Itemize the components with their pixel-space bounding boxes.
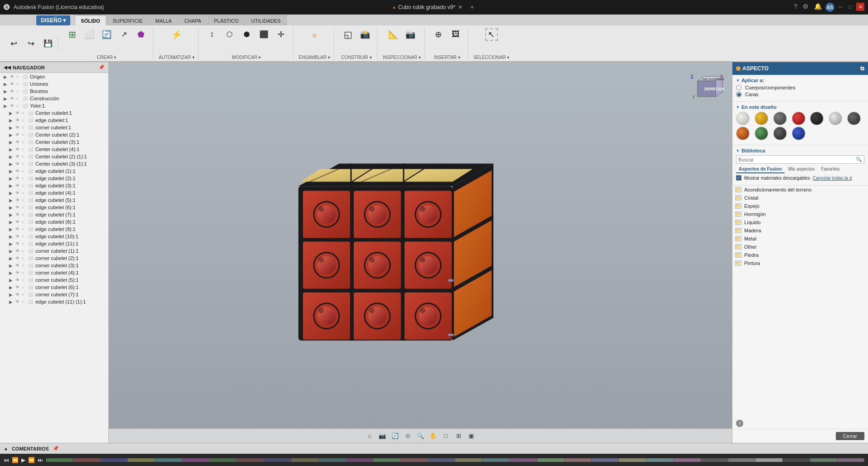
grid-button[interactable]: ⊞ (453, 431, 464, 441)
navigator-content[interactable]: ▶👁○⬜Origen▶👁○⬜Uniones▶👁○⬜Bocetos▶👁○⬜Cons… (0, 73, 108, 443)
lock-icon[interactable]: ○ (22, 227, 28, 231)
visibility-icon[interactable]: 👁 (15, 249, 22, 253)
visibility-icon[interactable]: 👁 (15, 162, 22, 166)
nav-item-17[interactable]: ▶👁○⬜edge cubelet (5):1 (0, 196, 108, 204)
nav-item-7[interactable]: ▶👁○⬜corner cubelet:1 (0, 124, 108, 131)
visibility-icon[interactable]: 👁 (15, 212, 22, 217)
lib-item-cristal[interactable]: 📁 Cristal (732, 194, 868, 202)
lock-icon[interactable]: ○ (22, 205, 28, 210)
redo-button[interactable]: ↪ (23, 36, 39, 51)
lock-icon[interactable]: ○ (22, 256, 28, 260)
nav-item-20[interactable]: ▶👁○⬜edge cubelet (8):1 (0, 218, 108, 226)
expand-icon[interactable]: ▶ (9, 183, 15, 188)
swatch-gray-dark[interactable] (773, 112, 787, 125)
expand-icon[interactable]: ▶ (9, 285, 15, 290)
nav-item-4[interactable]: ▶👁○⬜Yoke:1 (0, 102, 108, 109)
crear-label[interactable]: CREAR ▾ (97, 55, 117, 60)
cancel-download-link[interactable]: Cancelar todas la d (813, 176, 852, 181)
save-button[interactable]: 💾 (40, 36, 56, 51)
nav-item-2[interactable]: ▶👁○⬜Bocetos (0, 88, 108, 95)
lock-icon[interactable]: ○ (22, 278, 28, 282)
lib-item-espejo[interactable]: 📁 Espejo (732, 202, 868, 210)
viewport-gizmo[interactable]: X Z DERECHA HACIA ARRIBA Y (688, 69, 725, 106)
lock-icon[interactable]: ○ (16, 103, 23, 108)
expand-icon[interactable]: ▶ (4, 103, 10, 108)
insert-button[interactable]: ⊕ (430, 27, 447, 42)
visibility-icon[interactable]: 👁 (15, 205, 22, 210)
visibility-icon[interactable]: 👁 (15, 278, 22, 282)
visibility-icon[interactable]: 👁 (15, 241, 22, 246)
nav-item-25[interactable]: ▶👁○⬜corner cubelet (2):1 (0, 255, 108, 262)
expand-icon[interactable]: ▶ (9, 154, 15, 159)
sphere-button[interactable]: ⬟ (133, 27, 149, 42)
expand-icon[interactable]: ▶ (9, 220, 15, 225)
help-icon[interactable]: ? (792, 3, 799, 12)
comments-pin-icon[interactable]: 📌 (53, 446, 59, 451)
nav-item-16[interactable]: ▶👁○⬜edge cubelet (4):1 (0, 189, 108, 196)
nav-item-14[interactable]: ▶👁○⬜edge cubelet (2):1 (0, 175, 108, 182)
lock-icon[interactable]: ○ (22, 299, 28, 304)
expand-icon[interactable]: ▶ (9, 234, 15, 239)
new-component-button[interactable]: ⊞ (64, 27, 80, 42)
nav-item-15[interactable]: ▶👁○⬜edge cubelet (3):1 (0, 182, 108, 189)
expand-icon[interactable]: ▶ (9, 227, 15, 232)
expand-icon[interactable]: ▶ (9, 212, 15, 217)
expand-icon[interactable]: ▶ (9, 162, 15, 167)
construir-label[interactable]: CONSTRUIR ▾ (341, 55, 371, 60)
visibility-icon[interactable]: 👁 (15, 154, 22, 159)
visibility-icon[interactable]: 👁 (10, 89, 16, 93)
move-button[interactable]: ✛ (273, 27, 289, 42)
swatch-blue[interactable] (792, 127, 805, 140)
expand-icon[interactable]: ▶ (9, 249, 15, 254)
swatch-orange[interactable] (736, 127, 750, 140)
sweep-button[interactable]: ↗ (116, 27, 132, 42)
apply-cuerpos-row[interactable]: Cuerpos/componentes (736, 85, 864, 90)
shell-button[interactable]: ⬛ (256, 27, 272, 42)
user-avatar[interactable]: AS (825, 3, 834, 12)
nav-item-22[interactable]: ▶👁○⬜edge cubelet (10):1 (0, 233, 108, 240)
swatch-white[interactable] (736, 112, 750, 125)
visibility-icon[interactable]: 👁 (15, 227, 22, 231)
lib-item-metal[interactable]: 📁 Metal (732, 235, 868, 243)
visibility-icon[interactable]: 👁 (15, 270, 22, 275)
lock-icon[interactable]: ○ (22, 140, 28, 144)
lock-icon[interactable]: ○ (22, 241, 28, 246)
apply-caras-row[interactable]: Caras (736, 92, 864, 97)
visibility-icon[interactable]: 👁 (15, 220, 22, 224)
expand-icon[interactable]: ▶ (9, 205, 15, 210)
playback-prev-btn[interactable]: ⏪ (12, 457, 19, 463)
nav-item-23[interactable]: ▶👁○⬜edge cubelet (11):1 (0, 240, 108, 247)
playback-play-btn[interactable]: ▶ (21, 457, 25, 463)
nav-item-8[interactable]: ▶👁○⬜Center cubelet (2):1 (0, 131, 108, 138)
lock-icon[interactable]: ○ (22, 285, 28, 289)
minimize-button[interactable]: ─ (836, 3, 844, 11)
nav-item-24[interactable]: ▶👁○⬜corner cubelet (1):1 (0, 247, 108, 255)
tab-chapa[interactable]: CHAPA (179, 15, 207, 25)
expand-icon[interactable]: ▶ (9, 278, 15, 283)
tab-my-aspects[interactable]: Mis aspectos (785, 166, 817, 173)
lock-icon[interactable]: ○ (22, 162, 28, 166)
tab-superficie[interactable]: SUPERFICIE (107, 15, 149, 25)
viewport[interactable]: X Z DERECHA HACIA ARRIBA Y ⌂ 📷 🔄 ⊙ 🔍 ✋ □ (109, 62, 732, 443)
expand-icon[interactable]: ▶ (4, 96, 10, 101)
nav-item-9[interactable]: ▶👁○⬜Center cubelet (3):1 (0, 138, 108, 146)
undo-button[interactable]: ↩ (5, 36, 22, 51)
nav-item-10[interactable]: ▶👁○⬜Center cubelet (4):1 (0, 146, 108, 153)
nav-item-31[interactable]: ▶👁○⬜edge cubelet (11) (1):1 (0, 298, 108, 305)
expand-icon[interactable]: ▶ (9, 191, 15, 196)
lib-item-madera[interactable]: 📁 Madera (732, 226, 868, 235)
apply-caras-radio[interactable] (736, 92, 741, 97)
lock-icon[interactable]: ○ (22, 249, 28, 253)
expand-icon[interactable]: ▶ (9, 270, 15, 275)
visibility-icon[interactable]: 👁 (10, 96, 16, 101)
nav-item-5[interactable]: ▶👁○⬜Center cubelet:1 (0, 109, 108, 117)
lib-item-acondicionamiento[interactable]: 📁 Acondicionamiento del terreno (732, 186, 868, 194)
comments-collapse-icon[interactable]: ▲ (4, 446, 8, 451)
expand-icon[interactable]: ▶ (4, 74, 10, 79)
lock-icon[interactable]: ○ (22, 191, 28, 195)
insertar-label[interactable]: INSERTAR ▾ (434, 55, 460, 60)
lock-icon[interactable]: ○ (16, 82, 23, 86)
visibility-icon[interactable]: 👁 (15, 111, 22, 115)
seleccionar-label[interactable]: SELECCIONAR ▾ (473, 55, 509, 60)
joint-button[interactable]: ⬦ (306, 27, 322, 42)
